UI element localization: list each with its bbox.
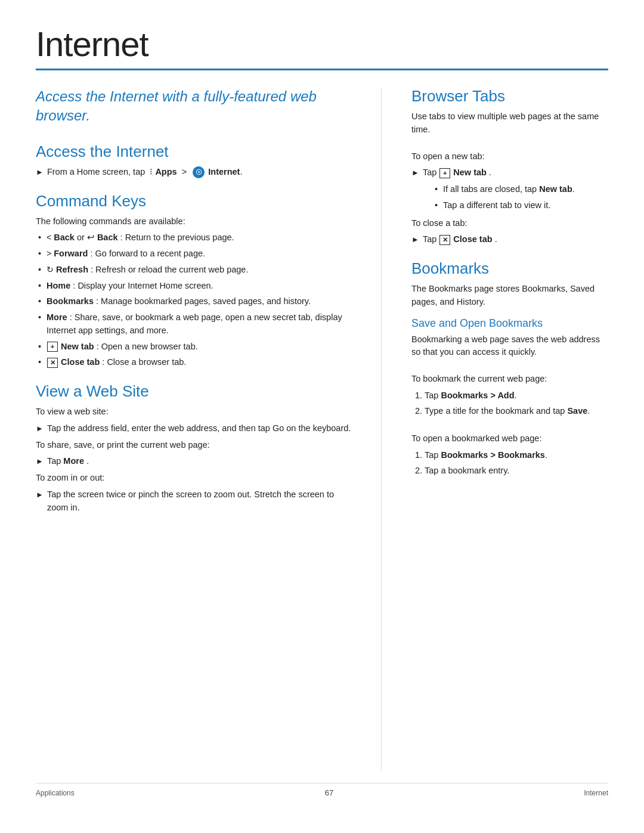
refresh-icon: ↻ bbox=[47, 265, 54, 274]
bookmarks-title: Bookmarks bbox=[411, 259, 608, 278]
zoom-text: Tap the screen twice or pinch the screen… bbox=[47, 488, 351, 515]
open-tab-text: Tap + New tab . bbox=[423, 166, 491, 179]
list-item: Type a title for the bookmark and tap Sa… bbox=[425, 405, 608, 418]
view-text: Tap the address field, enter the web add… bbox=[47, 422, 351, 435]
open-tab-instruction: ► Tap + New tab . bbox=[411, 166, 608, 179]
close-tab-x-icon: ✕ bbox=[439, 235, 450, 245]
arrow-icon: ► bbox=[411, 234, 419, 246]
close-tab-bold: Close tab bbox=[453, 234, 492, 244]
list-item: + New tab : Open a new browser tab. bbox=[36, 340, 351, 354]
forward-chevron-icon: > bbox=[47, 249, 51, 258]
command-keys-title: Command Keys bbox=[36, 192, 351, 210]
list-item: Tap a bookmark entry. bbox=[425, 465, 608, 478]
page-footer: Applications 67 Internet bbox=[36, 783, 608, 797]
to-view-label: To view a web site: bbox=[36, 405, 351, 419]
to-close-tab-label: To close a tab: bbox=[411, 217, 608, 230]
save-open-title: Save and Open Bookmarks bbox=[411, 317, 608, 330]
list-item: Tap a different tab to view it. bbox=[432, 199, 608, 212]
command-keys-list: < Back or ↩ Back : Return to the previou… bbox=[36, 231, 351, 369]
zoom-instruction: ► Tap the screen twice or pinch the scre… bbox=[36, 488, 351, 515]
internet-label: Internet bbox=[208, 167, 240, 176]
new-tab-label: New tab bbox=[453, 168, 487, 177]
new-tab-icon: + bbox=[47, 342, 58, 352]
command-keys-section: Command Keys The following commands are … bbox=[36, 192, 351, 370]
tagline: Access the Internet with a fully-feature… bbox=[36, 87, 351, 126]
save-open-bookmarks-section: Save and Open Bookmarks Bookmarking a we… bbox=[411, 317, 608, 478]
list-item: Tap Bookmarks > Add. bbox=[425, 389, 608, 402]
to-share-label: To share, save, or print the current web… bbox=[36, 439, 351, 452]
access-internet-title: Access the Internet bbox=[36, 143, 351, 161]
back-arrow-icon: ↩ bbox=[87, 233, 95, 242]
list-item: ✕ Close tab : Close a browser tab. bbox=[36, 356, 351, 369]
access-text: From a Home screen, tap ⁝ Apps > ☉ Inter… bbox=[47, 166, 243, 179]
page-title: Internet bbox=[36, 24, 608, 64]
page: Internet Access the Internet with a full… bbox=[0, 0, 644, 833]
arrow-icon: ► bbox=[36, 423, 44, 435]
apps-label: Apps bbox=[155, 167, 177, 176]
list-item: Tap Bookmarks > Bookmarks. bbox=[425, 449, 608, 462]
left-column: Access the Internet with a fully-feature… bbox=[36, 87, 382, 771]
list-item: Home : Display your Internet Home screen… bbox=[36, 280, 351, 293]
view-web-site-title: View a Web Site bbox=[36, 382, 351, 401]
share-text: Tap More . bbox=[47, 455, 89, 468]
open-bookmark-steps-list: Tap Bookmarks > Bookmarks. Tap a bookmar… bbox=[411, 449, 608, 478]
to-zoom-label: To zoom in or out: bbox=[36, 472, 351, 485]
list-item: ↻ Refresh : Refresh or reload the curren… bbox=[36, 264, 351, 277]
right-column: Browser Tabs Use tabs to view multiple w… bbox=[382, 87, 608, 771]
command-keys-intro: The following commands are available: bbox=[36, 215, 351, 228]
footer-right: Internet bbox=[584, 789, 608, 797]
to-open-tab-label: To open a new tab: bbox=[411, 150, 608, 163]
footer-left: Applications bbox=[36, 789, 75, 797]
bookmarks-description: The Bookmarks page stores Bookmarks, Sav… bbox=[411, 283, 608, 309]
view-instruction: ► Tap the address field, enter the web a… bbox=[36, 422, 351, 435]
arrow-icon: ► bbox=[411, 167, 419, 179]
close-tab-instruction: ► Tap ✕ Close tab . bbox=[411, 233, 608, 246]
main-content: Access the Internet with a fully-feature… bbox=[36, 87, 608, 771]
list-item: Bookmarks : Manage bookmarked pages, sav… bbox=[36, 295, 351, 308]
arrow-icon: ► bbox=[36, 166, 44, 178]
save-open-description: Bookmarking a web page saves the web add… bbox=[411, 333, 608, 360]
view-web-site-section: View a Web Site To view a web site: ► Ta… bbox=[36, 382, 351, 514]
bookmark-steps-list: Tap Bookmarks > Add. Type a title for th… bbox=[411, 389, 608, 418]
share-instruction: ► Tap More . bbox=[36, 455, 351, 468]
close-tab-icon: ✕ bbox=[47, 358, 58, 368]
bookmarks-section: Bookmarks The Bookmarks page stores Book… bbox=[411, 259, 608, 478]
browser-tabs-section: Browser Tabs Use tabs to view multiple w… bbox=[411, 87, 608, 246]
new-tab-inline-icon: + bbox=[439, 168, 450, 178]
browser-tabs-description: Use tabs to view multiple web pages at t… bbox=[411, 110, 608, 137]
open-tab-sub-list: If all tabs are closed, tap New tab. Tap… bbox=[411, 183, 608, 212]
browser-tabs-title: Browser Tabs bbox=[411, 87, 608, 106]
list-item: More : Share, save, or bookmark a web pa… bbox=[36, 311, 351, 337]
access-instruction: ► From a Home screen, tap ⁝ Apps > ☉ Int… bbox=[36, 166, 351, 179]
internet-app-icon: ☉ bbox=[193, 166, 205, 178]
list-item: < Back or ↩ Back : Return to the previou… bbox=[36, 231, 351, 244]
access-internet-section: Access the Internet ► From a Home screen… bbox=[36, 143, 351, 179]
to-open-bookmark-label: To open a bookmarked web page: bbox=[411, 432, 608, 445]
title-rule bbox=[36, 69, 608, 70]
back-chevron-icon: < bbox=[47, 233, 51, 242]
more-label: More bbox=[63, 456, 84, 466]
close-tab-text: Tap ✕ Close tab . bbox=[423, 233, 497, 246]
page-number: 67 bbox=[325, 788, 333, 797]
list-item: If all tabs are closed, tap New tab. bbox=[432, 183, 608, 196]
list-item: > Forward : Go forward to a recent page. bbox=[36, 247, 351, 261]
to-bookmark-label: To bookmark the current web page: bbox=[411, 373, 608, 386]
arrow-icon: ► bbox=[36, 489, 44, 501]
arrow-icon: ► bbox=[36, 456, 44, 467]
